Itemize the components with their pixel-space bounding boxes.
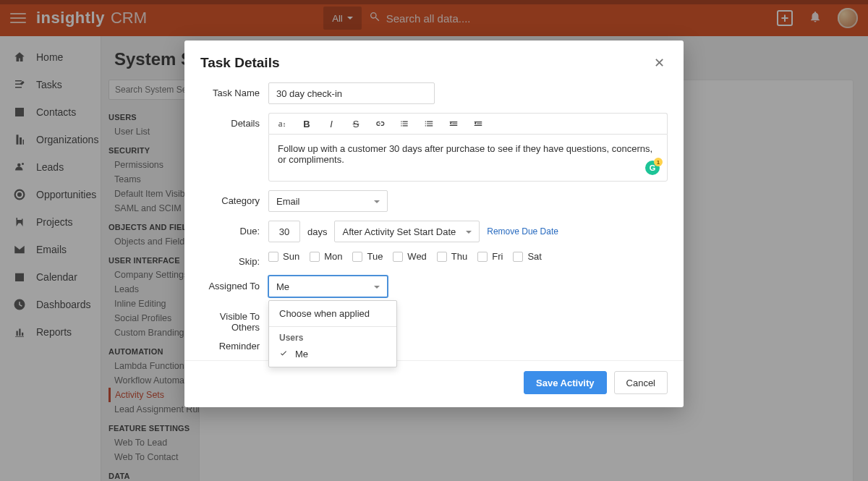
label-reminder: Reminder <box>200 336 268 352</box>
checkbox[interactable] <box>393 252 403 262</box>
due-relation-value: After Activity Set Start Date <box>342 226 456 237</box>
remove-due-date-link[interactable]: Remove Due Date <box>487 226 558 237</box>
category-select[interactable]: Email <box>268 190 388 212</box>
due-unit-label: days <box>307 226 327 237</box>
strike-icon[interactable]: S <box>350 119 362 129</box>
fontsize-icon[interactable]: a↕ <box>276 118 288 129</box>
details-editor[interactable]: Follow up with a customer 30 days after … <box>268 134 668 182</box>
chevron-down-icon <box>374 200 380 203</box>
label-category: Category <box>200 190 268 206</box>
label-skip: Skip: <box>200 251 268 267</box>
checkbox[interactable] <box>268 252 278 262</box>
cancel-button[interactable]: Cancel <box>614 371 668 394</box>
task-details-modal: Task Details ✕ Task Name Details a↕ B I … <box>184 41 684 407</box>
checkbox[interactable] <box>352 252 362 262</box>
details-text: Follow up with a customer 30 days after … <box>278 143 652 165</box>
due-relation-select[interactable]: After Activity Set Start Date <box>334 221 480 242</box>
assigned-to-value: Me <box>276 281 289 292</box>
outdent-icon[interactable] <box>448 119 460 129</box>
skip-tue[interactable]: Tue <box>352 251 383 262</box>
skip-sun[interactable]: Sun <box>268 251 299 262</box>
label-due: Due: <box>200 221 268 237</box>
assigned-to-dropdown: Choose when applied Users Me <box>268 300 397 367</box>
bold-icon[interactable]: B <box>301 119 312 129</box>
check-icon <box>279 349 288 359</box>
skip-thu[interactable]: Thu <box>437 251 467 262</box>
italic-icon[interactable]: I <box>326 119 337 129</box>
skip-sat[interactable]: Sat <box>513 251 542 262</box>
skip-mon[interactable]: Mon <box>310 251 342 262</box>
indent-icon[interactable] <box>473 119 485 129</box>
task-name-input[interactable] <box>268 82 435 104</box>
skip-fri[interactable]: Fri <box>477 251 503 262</box>
checkbox[interactable] <box>437 252 447 262</box>
dropdown-option-me[interactable]: Me <box>269 344 396 367</box>
save-activity-button[interactable]: Save Activity <box>524 371 606 394</box>
link-icon[interactable] <box>375 119 386 129</box>
skip-wed[interactable]: Wed <box>393 251 427 262</box>
label-details: Details <box>200 113 268 129</box>
checkbox[interactable] <box>513 252 523 262</box>
checkbox[interactable] <box>310 252 320 262</box>
close-icon[interactable]: ✕ <box>651 52 668 74</box>
chevron-down-icon <box>466 231 472 234</box>
label-assigned: Assigned To <box>200 276 268 291</box>
assigned-to-select[interactable]: Me <box>268 276 388 297</box>
label-task-name: Task Name <box>200 82 268 98</box>
grammarly-icon[interactable]: G <box>645 161 660 175</box>
number-list-icon[interactable] <box>424 119 435 129</box>
editor-toolbar: a↕ B I S <box>268 113 668 134</box>
dropdown-group-users: Users <box>269 327 396 344</box>
checkbox[interactable] <box>477 252 488 262</box>
dropdown-option-choose[interactable]: Choose when applied <box>269 301 396 326</box>
category-value: Email <box>276 196 300 207</box>
modal-title: Task Details <box>200 55 279 71</box>
chevron-down-icon <box>374 286 380 289</box>
label-visible: Visible To Others <box>200 306 268 333</box>
bullet-list-icon[interactable] <box>399 119 411 129</box>
due-number-input[interactable] <box>268 221 300 242</box>
